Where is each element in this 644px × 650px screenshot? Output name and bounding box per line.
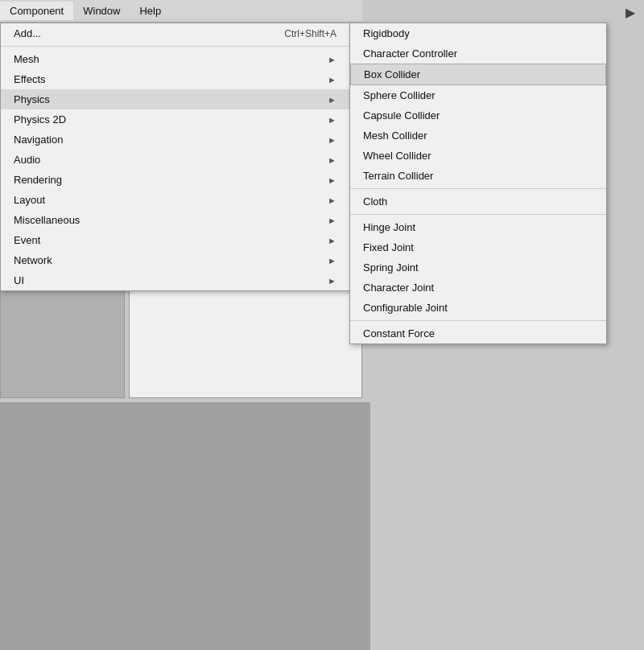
- submenu-hinge-joint[interactable]: Hinge Joint: [350, 217, 606, 237]
- configurable-joint-label: Configurable Joint: [363, 302, 448, 314]
- capsule-collider-label: Capsule Collider: [363, 109, 440, 121]
- menu-help-label: Help: [139, 5, 161, 17]
- menu-item-rendering[interactable]: Rendering ►: [1, 170, 349, 190]
- physics-submenu: Rigidbody Character Controller Box Colli…: [349, 23, 607, 344]
- menu-item-audio[interactable]: Audio ►: [1, 150, 349, 170]
- submenu-box-collider[interactable]: Box Collider: [350, 64, 606, 85]
- component-dropdown: Add... Ctrl+Shift+A Mesh ► Effects ► Phy…: [0, 23, 350, 291]
- box-collider-label: Box Collider: [364, 68, 420, 80]
- audio-label: Audio: [14, 154, 40, 166]
- submenu-fixed-joint[interactable]: Fixed Joint: [350, 237, 606, 257]
- play-icon: ▶: [625, 5, 635, 20]
- submenu-capsule-collider[interactable]: Capsule Collider: [350, 105, 606, 125]
- terrain-collider-label: Terrain Collider: [363, 170, 433, 182]
- physics2d-label: Physics 2D: [14, 113, 66, 125]
- navigation-label: Navigation: [14, 134, 63, 146]
- layout-label: Layout: [14, 194, 45, 206]
- mesh-label: Mesh: [14, 53, 39, 65]
- audio-arrow: ►: [328, 155, 336, 165]
- menu-item-add[interactable]: Add... Ctrl+Shift+A: [1, 23, 349, 43]
- menu-window[interactable]: Window: [73, 2, 130, 20]
- spring-joint-label: Spring Joint: [363, 261, 419, 274]
- character-joint-label: Character Joint: [363, 282, 434, 294]
- network-arrow: ►: [328, 256, 336, 265]
- submenu-character-joint[interactable]: Character Joint: [350, 278, 606, 298]
- menu-item-physics[interactable]: Physics ►: [1, 89, 349, 109]
- ui-arrow: ►: [328, 276, 336, 286]
- menu-item-network[interactable]: Network ►: [1, 250, 349, 270]
- effects-arrow: ►: [328, 75, 336, 84]
- submenu-wheel-collider[interactable]: Wheel Collider: [350, 146, 606, 166]
- menu-help[interactable]: Help: [130, 2, 171, 20]
- rendering-label: Rendering: [14, 174, 62, 186]
- menu-component[interactable]: Component: [0, 2, 73, 20]
- physics-label: Physics: [14, 93, 50, 105]
- layout-arrow: ►: [328, 195, 336, 205]
- miscellaneous-label: Miscellaneous: [14, 214, 80, 226]
- divider-constant-force: [350, 320, 606, 321]
- rigidbody-label: Rigidbody: [363, 27, 410, 39]
- navigation-arrow: ►: [328, 135, 336, 145]
- menu-item-mesh[interactable]: Mesh ►: [1, 49, 349, 69]
- add-label: Add...: [14, 27, 41, 39]
- divider-joints: [350, 214, 606, 215]
- rendering-arrow: ►: [328, 175, 336, 185]
- submenu-sphere-collider[interactable]: Sphere Collider: [350, 85, 606, 105]
- constant-force-label: Constant Force: [363, 327, 435, 339]
- menu-item-physics2d[interactable]: Physics 2D ►: [1, 109, 349, 130]
- submenu-spring-joint[interactable]: Spring Joint: [350, 257, 606, 278]
- wheel-collider-label: Wheel Collider: [363, 150, 431, 162]
- menu-window-label: Window: [83, 5, 120, 17]
- bottom-panel: [0, 402, 370, 650]
- physics2d-arrow: ►: [328, 115, 336, 125]
- divider-1: [1, 46, 349, 47]
- effects-label: Effects: [14, 73, 46, 85]
- menu-item-miscellaneous[interactable]: Miscellaneous ►: [1, 210, 349, 230]
- menu-item-effects[interactable]: Effects ►: [1, 69, 349, 89]
- cloth-label: Cloth: [363, 195, 387, 208]
- submenu-rigidbody[interactable]: Rigidbody: [350, 23, 606, 43]
- fixed-joint-label: Fixed Joint: [363, 241, 414, 253]
- menu-item-ui[interactable]: UI ►: [1, 270, 349, 290]
- mesh-collider-label: Mesh Collider: [363, 130, 427, 142]
- divider-cloth: [350, 188, 606, 189]
- network-label: Network: [14, 254, 52, 266]
- menu-item-navigation[interactable]: Navigation ►: [1, 130, 349, 150]
- event-arrow: ►: [328, 236, 336, 245]
- submenu-character-controller[interactable]: Character Controller: [350, 43, 606, 64]
- submenu-cloth[interactable]: Cloth: [350, 191, 606, 212]
- sphere-collider-label: Sphere Collider: [363, 89, 436, 101]
- submenu-configurable-joint[interactable]: Configurable Joint: [350, 298, 606, 318]
- menu-item-event[interactable]: Event ►: [1, 230, 349, 250]
- physics-arrow: ►: [328, 95, 336, 105]
- play-button[interactable]: ▶: [616, 0, 644, 24]
- hinge-joint-label: Hinge Joint: [363, 221, 415, 233]
- miscellaneous-arrow: ►: [328, 216, 336, 225]
- submenu-constant-force[interactable]: Constant Force: [350, 323, 606, 344]
- add-shortcut: Ctrl+Shift+A: [284, 28, 336, 39]
- menu-component-label: Component: [10, 5, 64, 17]
- menu-bar: Component Window Help: [0, 0, 362, 23]
- event-label: Event: [14, 234, 40, 246]
- mesh-arrow: ►: [328, 55, 336, 64]
- character-controller-label: Character Controller: [363, 47, 457, 60]
- submenu-mesh-collider[interactable]: Mesh Collider: [350, 125, 606, 146]
- menu-item-layout[interactable]: Layout ►: [1, 190, 349, 210]
- submenu-terrain-collider[interactable]: Terrain Collider: [350, 166, 606, 186]
- ui-label: UI: [14, 274, 24, 286]
